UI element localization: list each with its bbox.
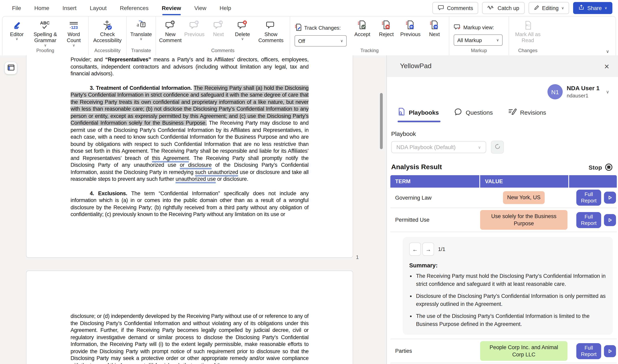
menu-help[interactable]: Help [220, 5, 231, 11]
word-count-icon: ·123 [68, 19, 79, 31]
tracked-edit-text: unauthorized use [176, 176, 216, 182]
next-comment-button[interactable]: Next [207, 19, 230, 37]
delete-comment-icon [237, 19, 248, 31]
next-comment-icon [213, 19, 224, 31]
yellowpad-panel: YellowPad × N1 NDA User 1 ndauser1 ∨ Pla… [386, 55, 618, 364]
share-icon [579, 4, 585, 12]
tracked-edit-text: this Agreement [152, 155, 189, 161]
pencil-icon [534, 5, 539, 12]
document-scrollbar[interactable] [380, 93, 383, 149]
next-comment-label: Next [213, 31, 224, 37]
previous-comment-button[interactable]: Previous [183, 19, 206, 37]
tab-revisions-label: Revisions [520, 109, 546, 116]
table-row-permitted-use: Permitted Use Use solely for the Busines… [390, 208, 617, 232]
screen: File Home Insert Layout References Revie… [0, 0, 618, 364]
previous-result-button[interactable]: ← [409, 243, 421, 256]
spelling-grammar-button[interactable]: ABC Spelling & Grammar ∨ [29, 19, 61, 47]
panel-header: YellowPad × [387, 55, 618, 77]
document-canvas[interactable]: Provider; and “Representatives” means a … [0, 55, 386, 364]
tracking-group: Track Changes: Off ∨ Accept Reject [290, 16, 449, 55]
mark-all-read-button[interactable]: Mark All as Read [512, 19, 544, 43]
new-comment-button[interactable]: New Comment [159, 19, 182, 43]
run-term-button[interactable] [604, 192, 616, 204]
menu-home[interactable]: Home [34, 5, 49, 11]
stop-label: Stop [589, 164, 602, 170]
menu-insert[interactable]: Insert [63, 5, 77, 11]
paragraph-section-4: 4. Exclusions. The term “Confidential In… [71, 190, 309, 218]
word-window: File Home Insert Layout References Revie… [0, 0, 618, 364]
track-changes-select[interactable]: Off ∨ [295, 35, 347, 47]
markup-group: Markup view: All Markup ∨ Markup [449, 16, 509, 55]
chevron-down-icon: ∨ [496, 38, 499, 42]
next-result-button[interactable]: → [422, 243, 434, 256]
menu-references[interactable]: References [120, 5, 148, 11]
markup-view-icon [454, 23, 461, 32]
catch-up-button[interactable]: Catch up [482, 2, 524, 14]
run-term-button[interactable] [604, 345, 616, 357]
tab-playbooks[interactable]: Playbooks [398, 107, 439, 122]
table-row-parties: Parties People Corp Inc. and Animal Corp… [390, 339, 617, 364]
menu-view[interactable]: View [194, 5, 206, 11]
column-term: TERM [390, 175, 479, 188]
full-report-button[interactable]: Full Report [576, 343, 601, 359]
share-button-label: Share [587, 5, 602, 11]
full-report-button[interactable]: Full Report [576, 190, 601, 206]
user-menu[interactable]: N1 NDA User 1 ndauser1 ∨ [387, 77, 618, 99]
tab-questions-label: Questions [466, 109, 493, 116]
tab-revisions[interactable]: Revisions [508, 107, 546, 122]
analysis-title: Analysis Result [391, 163, 442, 171]
panel-title: YellowPad [400, 62, 432, 70]
delete-comment-button[interactable]: Delete ∨ [231, 19, 254, 41]
spelling-grammar-label: Spelling & Grammar [29, 31, 61, 43]
translate-button[interactable]: a Translate ∨ [129, 19, 153, 41]
document-page-2[interactable]: disclosure; or (d) independently develop… [26, 271, 353, 364]
word-count-button[interactable]: ·123 Word Count ∨ [62, 19, 85, 47]
tab-questions[interactable]: Questions [454, 107, 493, 122]
stop-analysis-button[interactable]: Stop [589, 164, 612, 171]
accept-change-button[interactable]: Accept [351, 19, 374, 37]
previous-change-button[interactable]: Previous [399, 19, 422, 37]
analysis-table-header: TERM VALUE [390, 175, 617, 188]
avatar: N1 [547, 84, 563, 99]
word-count-label: Word Count [62, 31, 85, 43]
markup-view-select[interactable]: All Markup ∨ [454, 35, 502, 46]
menu-items: File Home Insert Layout References Revie… [0, 5, 231, 11]
translate-group: a Translate ∨ Translate [126, 16, 155, 55]
editing-button-label: Editing [542, 5, 559, 11]
check-accessibility-button[interactable]: Check Accessibility [91, 19, 123, 43]
full-report-button[interactable]: Full Report [576, 212, 601, 228]
show-comments-label: Show Comments [255, 31, 287, 43]
close-icon[interactable]: × [604, 62, 609, 70]
refresh-playbooks-button[interactable] [491, 141, 504, 154]
proofing-caption: Proofing [36, 48, 54, 55]
tracked-edit-text: or disclosure [180, 162, 212, 168]
share-button[interactable]: Share ∨ [573, 2, 612, 14]
proofing-group: Editor ∨ ABC Spelling & Grammar ∨ ·123 W… [2, 16, 88, 55]
chevron-down-icon: ∨ [478, 145, 481, 149]
svg-text:a: a [137, 21, 139, 28]
reject-change-button[interactable]: Reject [375, 19, 398, 37]
menu-review[interactable]: Review [162, 5, 181, 11]
editing-mode-button[interactable]: Editing ∨ [528, 2, 569, 14]
editor-button[interactable]: Editor ∨ [5, 19, 28, 41]
collapse-ribbon-chevron-icon[interactable]: ∨ [606, 49, 609, 54]
accept-icon [357, 19, 368, 31]
question-bubble-icon [454, 108, 462, 117]
menu-layout[interactable]: Layout [90, 5, 107, 11]
navigation-pane-toggle-button[interactable] [5, 62, 17, 74]
ribbon: Editor ∨ ABC Spelling & Grammar ∨ ·123 W… [2, 16, 616, 56]
run-term-button[interactable] [604, 214, 616, 226]
menu-file[interactable]: File [12, 5, 21, 11]
user-username: ndauser1 [567, 93, 588, 99]
next-change-button[interactable]: Next [423, 19, 446, 37]
paragraph-section-4-continued: disclosure; or (d) independently develop… [71, 313, 309, 364]
paragraph-definitions: Provider; and “Representatives” means a … [71, 56, 309, 77]
analysis-table: TERM VALUE Governing Law New York, US Fu… [390, 175, 617, 364]
comments-button[interactable]: Comments [432, 2, 478, 14]
document-page-1[interactable]: Provider; and “Representatives” means a … [26, 55, 353, 258]
previous-change-icon [405, 19, 416, 31]
show-comments-button[interactable]: Show Comments [255, 19, 287, 43]
catch-up-icon [488, 5, 495, 12]
playbook-select[interactable]: NDA Playbook (Default) ∨ [391, 141, 486, 153]
summary-bullets: The Receiving Party must hold the Disclo… [409, 272, 606, 328]
